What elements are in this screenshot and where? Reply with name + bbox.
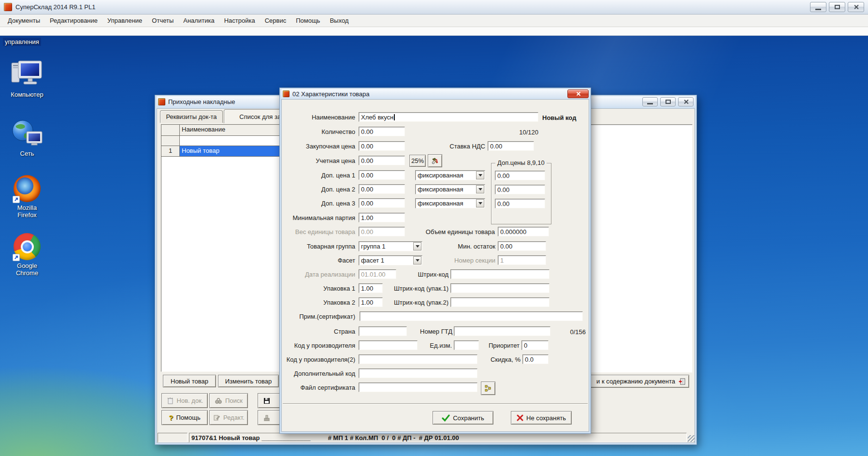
tab-requisites[interactable]: Реквизиты док-та: [160, 110, 223, 123]
min-batch-label: Минимальная партия: [280, 214, 355, 221]
book-price-input[interactable]: 0.00: [359, 156, 405, 165]
app-minimize-button[interactable]: [810, 2, 826, 12]
desktop-icon-network[interactable]: Сеть: [4, 119, 50, 157]
document-arrow-icon: [678, 378, 686, 385]
app-maximize-button[interactable]: [829, 2, 845, 12]
name-input[interactable]: Хлеб вкусн: [359, 112, 538, 122]
note-cert-input[interactable]: [360, 311, 583, 321]
desktop-icon-firefox[interactable]: Mozilla Firefox: [4, 175, 50, 219]
facet-select[interactable]: фасет 1: [359, 255, 422, 265]
status-cell-left: [158, 433, 188, 442]
barcode-pack1-input[interactable]: [450, 283, 550, 293]
hammer-icon: [431, 157, 439, 165]
floppy-disk-icon: [263, 397, 271, 405]
priority-label: Приоритет: [483, 342, 520, 349]
book-price-label: Учетная цена: [280, 157, 355, 164]
tab-label: Реквизиты док-та: [166, 113, 217, 120]
extra-code-input[interactable]: [359, 368, 477, 378]
barcode-input[interactable]: [450, 269, 550, 279]
cert-file-browse-button[interactable]: [481, 382, 495, 395]
search-button[interactable]: Поиск: [209, 393, 248, 408]
product-group-select[interactable]: группа 1: [359, 241, 422, 251]
extra-price-1-mode-select[interactable]: фиксированная: [415, 170, 485, 180]
new-item-button[interactable]: Новый товар: [163, 375, 216, 387]
chevron-down-icon[interactable]: [476, 185, 484, 193]
desktop-icon-label: Google Chrome: [10, 262, 44, 277]
extra-price-3-label: Доп. цена 3: [280, 200, 355, 207]
invoice-maximize-button[interactable]: [660, 97, 676, 106]
menu-documents[interactable]: Документы: [3, 15, 45, 26]
menu-analytics[interactable]: Аналитика: [178, 15, 219, 26]
menu-editing[interactable]: Редактирование: [45, 15, 102, 26]
chevron-down-icon[interactable]: [413, 256, 421, 265]
dialog-icon: [283, 90, 289, 97]
menu-exit[interactable]: Выход: [325, 15, 353, 26]
min-stock-label: Мин. остаток: [439, 243, 495, 250]
extra-price-2-mode-select[interactable]: фиксированная: [415, 184, 485, 194]
barcode-pack2-input[interactable]: [450, 297, 550, 307]
desktop-icon-chrome[interactable]: Google Chrome: [4, 233, 50, 277]
edit-item-button[interactable]: Изменить товар: [218, 375, 279, 387]
cert-file-input[interactable]: [359, 382, 477, 392]
menu-help[interactable]: Помощь: [291, 15, 325, 26]
extra-price-3-mode-select[interactable]: фиксированная: [415, 198, 485, 208]
new-doc-button[interactable]: Нов. док.: [161, 393, 208, 408]
priority-input[interactable]: 0: [521, 340, 549, 350]
selected-option: фиксированная: [418, 172, 463, 179]
extra-price-1-input[interactable]: 0.00: [359, 170, 405, 180]
extra-price-2-input[interactable]: 0.00: [359, 184, 405, 194]
menu-service[interactable]: Сервис: [260, 15, 291, 26]
gtd-number-input[interactable]: [454, 326, 550, 336]
maximize-icon: [835, 5, 840, 9]
manufacturer-code2-input[interactable]: [359, 354, 477, 364]
desktop-icon-label-partial[interactable]: управления: [3, 38, 41, 46]
package2-input[interactable]: 1.00: [359, 297, 383, 307]
dont-save-button[interactable]: Не сохранять: [511, 411, 572, 425]
field-row-name: Наименование Хлеб вкусн Новый код: [280, 112, 592, 124]
unit-volume-label: Объем единицы товара: [418, 228, 495, 235]
edit-doc-button[interactable]: Редакт.: [209, 410, 248, 425]
extra-price-2-label: Доп. цена 2: [280, 186, 355, 193]
resize-grip[interactable]: [688, 435, 694, 442]
row-number-header[interactable]: [161, 125, 180, 136]
desktop-icon-computer[interactable]: Компьютер: [4, 59, 50, 98]
help-button[interactable]: ? Помощь: [161, 410, 208, 425]
chevron-down-icon[interactable]: [413, 242, 421, 250]
min-stock-input[interactable]: 0.00: [498, 241, 546, 251]
markup-25-button[interactable]: 25%: [409, 155, 426, 167]
menu-reports[interactable]: Отчеты: [147, 15, 178, 26]
unit-label: Ед.изм.: [419, 342, 452, 349]
close-icon: [683, 99, 689, 104]
field-row-unit-weight: Вес единицы товара 0.00 Объем единицы то…: [280, 227, 592, 238]
discount-input[interactable]: 0.0: [522, 354, 549, 364]
invoice-close-button[interactable]: [678, 97, 694, 106]
quantity-input[interactable]: 0.00: [359, 127, 405, 136]
purchase-price-value: 0.00: [361, 143, 373, 150]
extra-price-3-input[interactable]: 0.00: [359, 198, 405, 208]
dialog-separator: [283, 403, 588, 404]
vat-rate-input[interactable]: 0.00: [488, 141, 534, 151]
sale-date-input: 01.01.00: [359, 269, 396, 279]
app-close-button[interactable]: [848, 2, 864, 12]
invoice-minimize-button[interactable]: [642, 97, 658, 106]
name-label: Наименование: [280, 114, 355, 121]
country-input[interactable]: [359, 326, 407, 336]
desktop-icon-label: Mozilla Firefox: [8, 204, 46, 219]
chevron-down-icon[interactable]: [476, 171, 484, 179]
unit-volume-input[interactable]: 0.000000: [498, 227, 549, 236]
menu-settings[interactable]: Настройка: [219, 15, 260, 26]
save-button[interactable]: Сохранить: [433, 411, 493, 425]
field-row-quantity: Количество 0.00 10/120: [280, 127, 592, 138]
edit-page-icon: [213, 414, 220, 422]
min-batch-input[interactable]: 1.00: [359, 213, 405, 222]
new-doc-icon: [166, 397, 174, 405]
purchase-price-input[interactable]: 0.00: [359, 141, 405, 151]
package1-input[interactable]: 1.00: [359, 283, 383, 293]
menu-management[interactable]: Управление: [102, 15, 147, 26]
price-tool-button[interactable]: [428, 154, 442, 167]
dialog-close-button[interactable]: [567, 89, 589, 98]
manufacturer-code-input[interactable]: [359, 340, 418, 350]
dialog-titlebar[interactable]: 02 Характеристики товара: [281, 89, 589, 99]
unit-input[interactable]: [454, 340, 479, 350]
chevron-down-icon[interactable]: [476, 199, 484, 207]
